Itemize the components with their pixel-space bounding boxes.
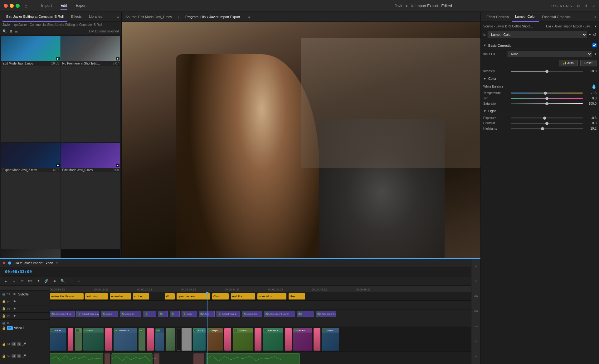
tab-libraries[interactable]: Libraries [85, 12, 106, 22]
video-clip-c13[interactable]: fxC13 [193, 328, 206, 351]
adj-clip[interactable]: fxAdjustment Lay [76, 311, 99, 317]
timeline-marker-tool[interactable]: ◈ [51, 278, 58, 285]
track-mic-a1[interactable]: 🎤 [22, 342, 26, 346]
timeline-menu-icon[interactable]: ≡ [56, 261, 58, 265]
adj-clip[interactable]: fxAdjustment L [217, 311, 240, 317]
list-item[interactable]: ▶ Export Mode Javi_2.mov 6:02 [1, 143, 61, 249]
track-eye-v3[interactable]: 👁 [13, 307, 16, 310]
video-clip-grey[interactable] [182, 328, 192, 351]
saturation-slider[interactable] [511, 103, 583, 104]
timeline-close-button[interactable]: ✕ [2, 261, 6, 265]
adj-clip[interactable]: fx [144, 311, 156, 317]
video-clip-pink6[interactable] [285, 328, 292, 351]
video-clip-pink7[interactable] [314, 328, 320, 351]
reset-button[interactable]: Reset [580, 60, 597, 66]
track-lock-v1[interactable]: 🔒 [2, 326, 6, 330]
adj-clip[interactable]: fx [158, 311, 168, 317]
track-s-a2[interactable]: S [17, 354, 21, 358]
track-m-a2[interactable]: M [12, 354, 16, 358]
track-eye-c1[interactable]: 👁 [13, 293, 16, 296]
temperature-slider[interactable] [511, 93, 583, 93]
home-icon[interactable]: ⌂ [25, 3, 27, 8]
color-arrow[interactable]: ▼ [483, 77, 486, 80]
video-clip-pink4[interactable] [224, 328, 231, 351]
nav-export[interactable]: Export [76, 2, 87, 10]
subtitle-clip[interactable]: A new he... [110, 293, 131, 299]
adj-clip[interactable]: fxAdjustm [120, 311, 141, 317]
share-icon[interactable]: ⬆ [585, 4, 587, 8]
video-clip-small[interactable]: fx [139, 328, 145, 351]
video-clip-small2[interactable]: fx [155, 328, 164, 351]
video-clip-nested[interactable]: fxNested S [114, 328, 137, 351]
subtitle-clip[interactable]: open the new... [177, 293, 210, 299]
nav-import[interactable]: Import [41, 2, 52, 10]
track-lock-v3[interactable]: 🔒 [2, 307, 6, 310]
subtitle-clip[interactable]: review the files on ... [50, 293, 84, 299]
video-clip-pink5[interactable] [255, 328, 261, 351]
list-item[interactable]: ▶ Edit Mode Javi_0.mov 9:09 [61, 143, 120, 249]
video-clip-nested2[interactable]: fxNested S [263, 328, 283, 351]
track-toggle-icon[interactable]: 📹 [2, 293, 5, 296]
adj-clip[interactable]: fxAdjustment Layer [264, 311, 295, 317]
maximize-button[interactable] [16, 4, 20, 8]
track-lock-a2[interactable]: 🔒 [2, 354, 6, 358]
video-clip-expo[interactable]: fxExpo [207, 328, 223, 351]
contrast-slider[interactable] [511, 123, 583, 124]
adj-clip[interactable]: fx [297, 311, 314, 317]
video-clip-pink2[interactable] [105, 328, 112, 351]
video-clip-pink3[interactable] [147, 328, 154, 351]
highlights-slider[interactable] [511, 128, 583, 129]
track-m-a1[interactable]: M [12, 342, 16, 346]
video-clip-small3[interactable] [166, 328, 175, 351]
video-clip-save[interactable]: fxSave [322, 328, 339, 351]
adj-clip[interactable]: fxAdjustme [242, 311, 262, 317]
intensity-slider[interactable] [511, 71, 583, 72]
tab-lumetri-color[interactable]: Lumetri Color [512, 12, 539, 22]
exposure-slider[interactable] [511, 117, 583, 118]
tab-essential-graphics[interactable]: Essential Graphics [539, 12, 574, 22]
light-arrow[interactable]: ▼ [483, 109, 486, 113]
subtitle-clip[interactable]: so the... [133, 293, 149, 299]
track-s-a1[interactable]: S [17, 342, 21, 346]
track-lock-v2[interactable]: 🔒 [2, 314, 6, 318]
lut-dropdown-arrow[interactable]: ▾ [595, 52, 597, 56]
track-eye-v1[interactable]: 👁 [7, 322, 10, 325]
tab-effect-controls[interactable]: Effect Controls [483, 12, 512, 22]
video-clip[interactable]: fxImpor [50, 328, 66, 351]
adj-clip[interactable]: fxAdjustment La [50, 311, 75, 317]
basic-correction-arrow[interactable]: ▼ [483, 44, 486, 47]
adj-clip[interactable]: fx [170, 311, 180, 317]
timeline-select-tool[interactable]: ▲ [2, 278, 9, 285]
track-mic-a2[interactable]: 🎤 [22, 354, 26, 358]
tab-effects[interactable]: Effects [67, 12, 85, 22]
video-clip-hide[interactable]: fxHide L [293, 328, 312, 351]
track-lock-a1[interactable]: 🔒 [2, 342, 6, 346]
grid-icon[interactable]: ⊞ [9, 29, 12, 33]
track-type-v1[interactable]: 📹 [2, 322, 5, 325]
timeline-link-tool[interactable]: 🔗 [43, 278, 50, 285]
video-clip-edit[interactable]: fxEdit [83, 328, 104, 351]
adj-clip[interactable]: fxAdjus [101, 311, 118, 317]
panel-expand-icon[interactable]: ⊡ [577, 4, 580, 8]
timeline-magnet-tool[interactable]: ✦ [35, 278, 42, 285]
track-lock-v4[interactable]: 🔒 [2, 300, 6, 303]
tint-slider[interactable] [511, 98, 583, 99]
timeline-razor-tool[interactable]: ✂ [19, 278, 26, 285]
tab-bin[interactable]: Bin: Javier Editing at Computer B Roll [2, 12, 67, 22]
reset-effect-button[interactable]: ↺ [593, 32, 597, 37]
timeline-search-tool[interactable]: 🔍 [59, 278, 66, 285]
video-clip-black[interactable] [177, 328, 180, 351]
effect-select[interactable]: Lumetri Color [488, 31, 587, 38]
subtitle-clip[interactable]: W... [165, 293, 175, 299]
panel-tab-arrow[interactable]: » [116, 14, 119, 19]
timeline-add-tool[interactable]: + [75, 278, 82, 285]
video-clip-pink[interactable] [68, 328, 73, 351]
timeline-slip-tool[interactable]: ⟺ [27, 278, 34, 285]
video-clip-content[interactable]: fxContent [233, 328, 253, 351]
close-button[interactable] [4, 4, 8, 8]
subtitle-clip[interactable]: Choo... [212, 293, 229, 299]
effect-tabs-menu-icon[interactable]: » [594, 15, 597, 19]
auto-button[interactable]: ✨ Auto [559, 60, 578, 66]
input-lut-select[interactable]: None [508, 51, 592, 57]
subtitle-clip[interactable]: Use t... [289, 293, 305, 299]
